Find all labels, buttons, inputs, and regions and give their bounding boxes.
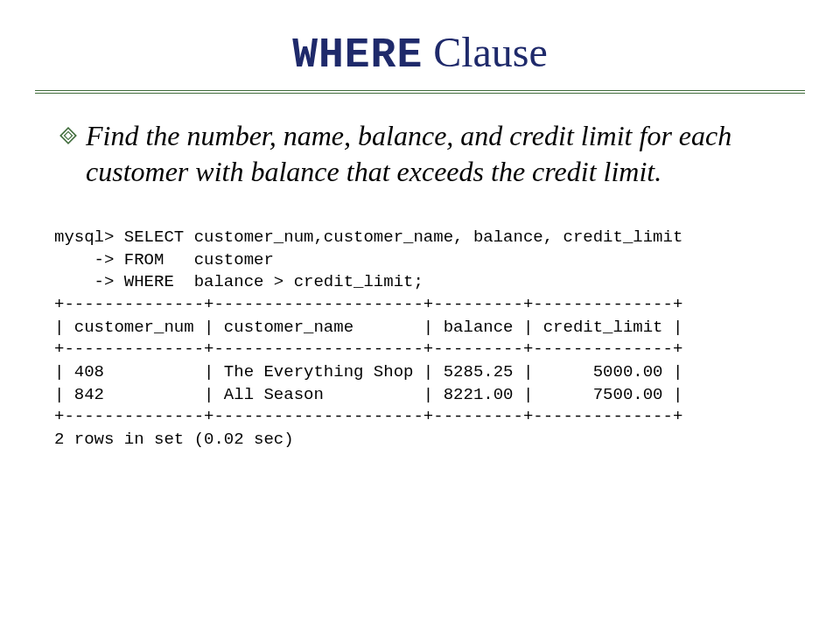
prompt-text: Find the number, name, balance, and cred… — [86, 118, 780, 190]
title-rest: Clause — [423, 29, 548, 75]
bullet-item: Find the number, name, balance, and cred… — [60, 118, 780, 190]
sql-output: mysql> SELECT customer_num,customer_name… — [54, 227, 780, 451]
svg-rect-1 — [64, 132, 72, 140]
diamond-hollow-icon — [60, 127, 77, 144]
slide: WHERE Clause Find the number, name, bala… — [0, 0, 840, 630]
title-keyword: WHERE — [292, 32, 423, 79]
title-divider — [35, 90, 805, 94]
svg-rect-0 — [60, 128, 76, 144]
slide-title: WHERE Clause — [35, 28, 805, 80]
slide-body: Find the number, name, balance, and cred… — [35, 118, 805, 451]
